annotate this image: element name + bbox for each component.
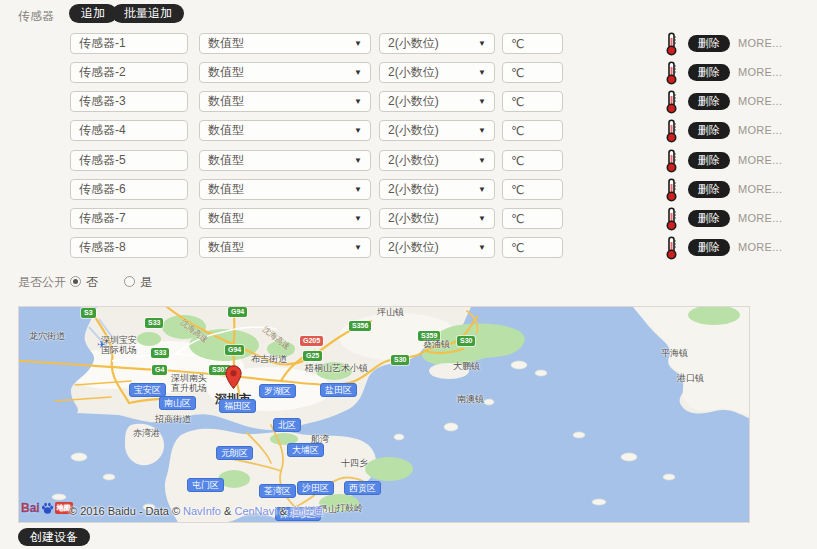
more-link[interactable]: MORE... — [738, 183, 782, 195]
more-link[interactable]: MORE... — [738, 212, 782, 224]
district-pill: 西贡区 — [344, 481, 381, 495]
sensor-decimals-select[interactable]: 2(小数位) ▼ — [379, 33, 495, 54]
sensor-unit-input[interactable] — [502, 62, 563, 83]
sensor-name-input[interactable] — [70, 62, 188, 83]
sensor-row: 数值型 ▼ 2(小数位) ▼ 删除 MORE... — [0, 150, 817, 172]
navinfo-link[interactable]: NavInfo — [183, 505, 221, 517]
sensor-decimals-select[interactable]: 2(小数位) ▼ — [379, 62, 495, 83]
sensor-name-input[interactable] — [70, 179, 188, 200]
sensor-unit-input[interactable] — [502, 91, 563, 112]
append-sensor-button[interactable]: 追加 — [69, 4, 117, 23]
sensor-type-select[interactable]: 数值型 ▼ — [199, 179, 371, 200]
more-link[interactable]: MORE... — [738, 95, 782, 107]
sensor-name-input[interactable] — [70, 120, 188, 141]
sensor-unit-input[interactable] — [502, 33, 563, 54]
sensor-name-input[interactable] — [70, 33, 188, 54]
district-pill: 北区 — [273, 418, 301, 432]
more-link[interactable]: MORE... — [738, 124, 782, 136]
sensor-decimals-select[interactable]: 2(小数位) ▼ — [379, 179, 495, 200]
district-pill: 罗湖区 — [259, 384, 296, 398]
sensor-decimals-select[interactable]: 2(小数位) ▼ — [379, 150, 495, 171]
sensor-decimals-value: 2(小数位) — [388, 240, 439, 254]
more-link[interactable]: MORE... — [738, 66, 782, 78]
chevron-down-icon: ▼ — [478, 238, 486, 258]
sensor-name-input[interactable] — [70, 237, 188, 258]
visibility-radio-no[interactable] — [70, 276, 81, 287]
district-pill: 元朗区 — [216, 446, 253, 460]
baidu-map[interactable]: 沈海高速沈海高速 S3S33S33G94G94S301G4S356G205G25… — [18, 306, 750, 523]
sensor-type-select[interactable]: 数值型 ▼ — [199, 33, 371, 54]
chevron-down-icon: ▼ — [354, 151, 362, 171]
sensor-decimals-value: 2(小数位) — [388, 94, 439, 108]
more-link[interactable]: MORE... — [738, 37, 782, 49]
district-pill: 南山区 — [159, 396, 196, 410]
delete-sensor-button[interactable]: 删除 — [688, 93, 730, 110]
chevron-down-icon: ▼ — [354, 209, 362, 229]
thermometer-icon — [664, 178, 679, 202]
sensor-decimals-select[interactable]: 2(小数位) ▼ — [379, 237, 495, 258]
district-pill: 荃湾区 — [259, 484, 296, 498]
sensor-unit-input[interactable] — [502, 237, 563, 258]
thermometer-icon — [664, 119, 679, 143]
visibility-option-no-label[interactable]: 否 — [86, 274, 98, 291]
sensor-unit-input[interactable] — [502, 120, 563, 141]
sensor-type-value: 数值型 — [208, 65, 244, 79]
district-pill: 宝安区 — [129, 383, 166, 397]
sensor-type-select[interactable]: 数值型 ▼ — [199, 62, 371, 83]
district-pills-layer: 宝安区南山区福田区罗湖区盐田区北区元朗区大埔区屯门区荃湾区沙田区西贡区深水埗区 — [19, 307, 749, 522]
sensor-type-select[interactable]: 数值型 ▼ — [199, 91, 371, 112]
visibility-label: 是否公开 — [18, 274, 66, 291]
sensor-decimals-select[interactable]: 2(小数位) ▼ — [379, 91, 495, 112]
sensor-row: 数值型 ▼ 2(小数位) ▼ 删除 MORE... — [0, 208, 817, 230]
sensor-type-select[interactable]: 数值型 ▼ — [199, 120, 371, 141]
chevron-down-icon: ▼ — [354, 34, 362, 54]
thermometer-icon — [664, 32, 679, 56]
sensor-decimals-value: 2(小数位) — [388, 153, 439, 167]
sensor-decimals-value: 2(小数位) — [388, 123, 439, 137]
delete-sensor-button[interactable]: 删除 — [688, 210, 730, 227]
sensor-type-value: 数值型 — [208, 94, 244, 108]
daodaotong-link[interactable]: 道道通 — [290, 505, 323, 517]
sensor-row: 数值型 ▼ 2(小数位) ▼ 删除 MORE... — [0, 237, 817, 259]
delete-sensor-button[interactable]: 删除 — [688, 64, 730, 81]
thermometer-icon — [664, 90, 679, 114]
sensor-name-input[interactable] — [70, 208, 188, 229]
batch-append-sensor-button[interactable]: 批量追加 — [112, 4, 184, 23]
district-pill: 屯门区 — [187, 478, 224, 492]
sensor-type-value: 数值型 — [208, 123, 244, 137]
sensor-name-input[interactable] — [70, 91, 188, 112]
sensor-unit-input[interactable] — [502, 179, 563, 200]
sensor-decimals-select[interactable]: 2(小数位) ▼ — [379, 208, 495, 229]
sensor-decimals-value: 2(小数位) — [388, 65, 439, 79]
thermometer-icon — [664, 236, 679, 260]
thermometer-icon — [664, 149, 679, 173]
delete-sensor-button[interactable]: 删除 — [688, 181, 730, 198]
delete-sensor-button[interactable]: 删除 — [688, 152, 730, 169]
delete-sensor-button[interactable]: 删除 — [688, 35, 730, 52]
district-pill: 大埔区 — [287, 443, 324, 457]
more-link[interactable]: MORE... — [738, 154, 782, 166]
chevron-down-icon: ▼ — [354, 92, 362, 112]
sensor-unit-input[interactable] — [502, 150, 563, 171]
sensor-type-select[interactable]: 数值型 ▼ — [199, 150, 371, 171]
sensor-decimals-value: 2(小数位) — [388, 211, 439, 225]
sensor-decimals-select[interactable]: 2(小数位) ▼ — [379, 120, 495, 141]
sensor-type-select[interactable]: 数值型 ▼ — [199, 208, 371, 229]
cennavi-link[interactable]: CenNavi — [234, 505, 276, 517]
sensor-row: 数值型 ▼ 2(小数位) ▼ 删除 MORE... — [0, 120, 817, 142]
chevron-down-icon: ▼ — [354, 63, 362, 83]
sensor-unit-input[interactable] — [502, 208, 563, 229]
more-link[interactable]: MORE... — [738, 241, 782, 253]
create-device-button[interactable]: 创建设备 — [18, 528, 90, 546]
sensor-type-value: 数值型 — [208, 182, 244, 196]
sensor-type-select[interactable]: 数值型 ▼ — [199, 237, 371, 258]
district-pill: 福田区 — [219, 399, 256, 413]
delete-sensor-button[interactable]: 删除 — [688, 239, 730, 256]
sensor-name-input[interactable] — [70, 150, 188, 171]
chevron-down-icon: ▼ — [478, 63, 486, 83]
visibility-option-yes-label[interactable]: 是 — [140, 274, 152, 291]
baidu-logo-text: Bai — [21, 501, 40, 515]
delete-sensor-button[interactable]: 删除 — [688, 122, 730, 139]
sensor-row: 数值型 ▼ 2(小数位) ▼ 删除 MORE... — [0, 91, 817, 113]
visibility-radio-yes[interactable] — [124, 276, 135, 287]
